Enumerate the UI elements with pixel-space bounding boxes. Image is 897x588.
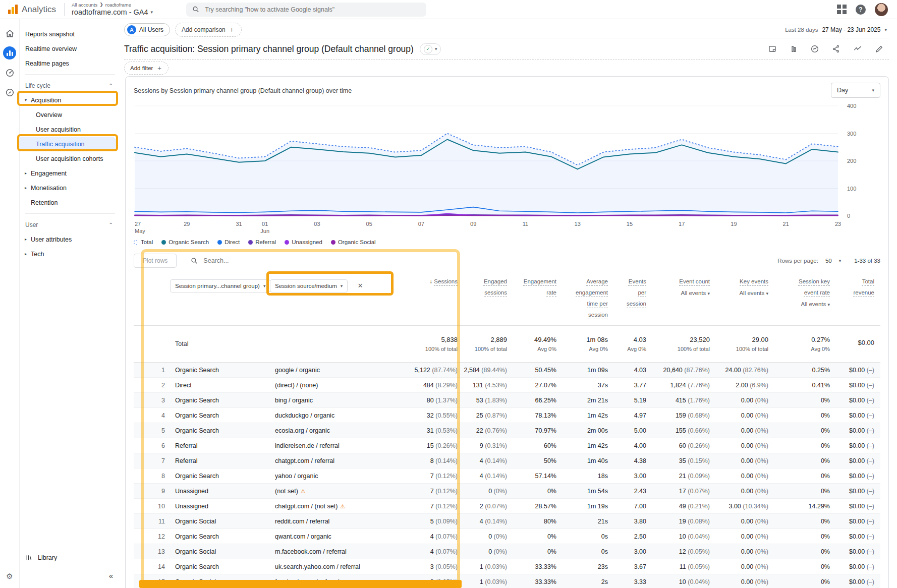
home-icon[interactable] bbox=[3, 27, 16, 40]
table-search-input[interactable] bbox=[202, 257, 315, 265]
source-medium-cell: yahoo / organic bbox=[270, 473, 401, 480]
collapse-arrow-icon[interactable]: ▸ bbox=[23, 186, 28, 190]
column-header-session-key-event-rate[interactable]: Session key event rate All events ▾ bbox=[790, 276, 830, 307]
column-header-engaged-sessions[interactable]: Engaged sessions bbox=[476, 276, 507, 299]
sidebar-item-user-acquisition[interactable]: User acquisition bbox=[19, 122, 121, 137]
column-header-event-count[interactable]: Event count All events ▾ bbox=[679, 276, 710, 296]
all-events-filter[interactable]: All events ▾ bbox=[739, 290, 768, 296]
granularity-select[interactable]: Day ▾ bbox=[831, 83, 880, 98]
chip-label: All Users bbox=[139, 26, 163, 33]
skr-cell: 0% bbox=[821, 578, 830, 585]
skr-cell: 0% bbox=[821, 473, 830, 480]
svg-text:15: 15 bbox=[627, 221, 633, 227]
global-search[interactable] bbox=[186, 3, 426, 17]
sidebar-item-traffic-acquisition[interactable]: Traffic acquisition bbox=[19, 137, 118, 151]
sidebar-item-engagement[interactable]: ▸ Engagement bbox=[19, 166, 121, 181]
events-cell: 3.00 bbox=[634, 548, 646, 555]
share-icon[interactable] bbox=[831, 44, 840, 53]
plot-rows-button[interactable]: Plot rows bbox=[134, 254, 177, 268]
add-filter-chip[interactable]: Add filter ＋ bbox=[124, 62, 169, 75]
key_events-cell: 0.00 (0%) bbox=[741, 397, 768, 404]
avg_time-cell: 23s bbox=[598, 563, 608, 570]
secondary-dimension-select[interactable]: Session source/medium ▾ bbox=[270, 279, 348, 292]
all-users-chip[interactable]: A All Users bbox=[124, 23, 170, 36]
account-switcher[interactable]: All accounts ❯ roadtoframe roadtoframe.c… bbox=[72, 2, 153, 17]
search-icon bbox=[192, 6, 199, 13]
avatar[interactable] bbox=[875, 3, 888, 16]
collapse-arrow-icon[interactable]: ▸ bbox=[23, 237, 28, 242]
eng_rate-cell: 60% bbox=[544, 442, 556, 449]
sidebar-item-realtime-pages[interactable]: Realtime pages bbox=[19, 56, 121, 71]
sidebar-item-acquisition[interactable]: ▾ Acquisition bbox=[19, 93, 121, 107]
svg-text:23: 23 bbox=[835, 221, 841, 227]
table-search[interactable] bbox=[191, 257, 315, 265]
section-life-cycle[interactable]: Life cycle ⌃ bbox=[19, 78, 121, 93]
feedback-card-icon[interactable] bbox=[768, 44, 777, 53]
gear-icon[interactable]: ⚙ bbox=[6, 572, 13, 581]
divider bbox=[25, 74, 115, 75]
reports-icon[interactable] bbox=[3, 46, 16, 60]
sparkline-insights-icon[interactable] bbox=[853, 44, 863, 53]
source-medium-cell: reddit.com / referral bbox=[270, 518, 401, 525]
sidebar-item-realtime-overview[interactable]: Realtime overview bbox=[19, 41, 121, 56]
chart-compare-icon[interactable] bbox=[789, 44, 798, 53]
column-header-events-per-session[interactable]: Events per session bbox=[621, 276, 646, 310]
data-quality-pill[interactable]: ✓ ▾ bbox=[420, 43, 441, 55]
key_events-cell: 24.00 (82.76%) bbox=[725, 367, 769, 374]
event_count-cell: 35 (0.15%) bbox=[679, 457, 710, 464]
collapse-sidebar-icon[interactable]: « bbox=[109, 571, 113, 580]
rows-per-page-select[interactable]: 50 ▾ bbox=[825, 258, 841, 264]
sidebar-item-user-attributes[interactable]: ▸ User attributes bbox=[19, 232, 121, 247]
top-app-bar: Analytics All accounts ❯ roadtoframe roa… bbox=[0, 0, 897, 19]
sessions-cell: 484 (8.29%) bbox=[423, 382, 458, 389]
svg-text:100: 100 bbox=[847, 186, 856, 192]
property-name[interactable]: roadtoframe.com - GA4 bbox=[72, 8, 148, 17]
breadcrumb-root[interactable]: All accounts bbox=[72, 2, 97, 8]
explore-icon[interactable] bbox=[3, 86, 16, 99]
chart-title: Sessions by Session primary channel grou… bbox=[134, 83, 352, 94]
column-header-key-events[interactable]: Key events All events ▾ bbox=[739, 276, 768, 296]
sidebar-item-tech[interactable]: ▸ Tech bbox=[19, 247, 121, 261]
advertising-icon[interactable] bbox=[3, 66, 16, 79]
sidebar-item-user-acquisition-cohorts[interactable]: User acquisition cohorts bbox=[19, 151, 121, 166]
sidebar-item-retention[interactable]: Retention bbox=[19, 195, 121, 210]
edit-icon[interactable] bbox=[875, 44, 884, 53]
avg_time-cell: 1m 42s bbox=[587, 442, 608, 449]
add-comparison-chip[interactable]: Add comparison ＋ bbox=[175, 23, 242, 37]
sidebar-item-monetisation[interactable]: ▸ Monetisation bbox=[19, 181, 121, 195]
breadcrumb-child[interactable]: roadtoframe bbox=[105, 2, 131, 8]
sidebar-item-reports-snapshot[interactable]: Reports snapshot bbox=[19, 27, 121, 41]
divider bbox=[64, 3, 65, 16]
audience-icon: A bbox=[127, 25, 136, 34]
date-range-picker[interactable]: 27 May - 23 Jun 2025 bbox=[822, 26, 880, 33]
all-events-filter[interactable]: All events ▾ bbox=[679, 290, 710, 296]
column-header-sessions[interactable]: ↓Sessions bbox=[430, 276, 458, 287]
skr-cell: 0% bbox=[821, 442, 830, 449]
row-number: 12 bbox=[134, 533, 170, 540]
engaged-cell: 25 (0.87%) bbox=[476, 412, 507, 419]
sessions-cell: 31 (0.53%) bbox=[427, 427, 458, 434]
eng_rate-cell: 33.33% bbox=[535, 578, 556, 585]
apps-grid-icon[interactable] bbox=[837, 5, 847, 14]
collapse-arrow-icon[interactable]: ▸ bbox=[23, 171, 28, 175]
event_count-cell: 155 (0.66%) bbox=[676, 427, 710, 434]
collapse-arrow-icon[interactable]: ▸ bbox=[23, 252, 28, 256]
column-header-total-revenue[interactable]: Total revenue bbox=[845, 276, 874, 299]
sessions-cell: 5,122 (87.74%) bbox=[415, 367, 458, 374]
help-icon[interactable]: ? bbox=[856, 5, 866, 15]
sidebar-item-library[interactable]: Library bbox=[25, 554, 57, 562]
all-events-filter[interactable]: All events ▾ bbox=[790, 301, 830, 307]
chevron-right-icon: ❯ bbox=[99, 2, 103, 8]
column-header-avg-engagement-time[interactable]: Average engagement time per session bbox=[567, 276, 608, 320]
global-search-input[interactable] bbox=[204, 6, 420, 14]
sidebar-item-label: User attributes bbox=[31, 236, 72, 243]
sidebar-item-overview[interactable]: Overview bbox=[19, 107, 121, 122]
expand-arrow-icon[interactable]: ▾ bbox=[23, 98, 28, 102]
remove-dimension-icon[interactable]: ✕ bbox=[358, 282, 363, 289]
section-user[interactable]: User ⌃ bbox=[19, 217, 121, 232]
sidebar-item-label: Retention bbox=[31, 199, 58, 206]
insights-icon[interactable] bbox=[810, 44, 819, 53]
primary-dimension-select[interactable]: Session primary...channel group) ▾ bbox=[170, 279, 270, 292]
svg-text:13: 13 bbox=[575, 221, 581, 227]
column-header-engagement-rate[interactable]: Engagement rate bbox=[514, 276, 556, 299]
